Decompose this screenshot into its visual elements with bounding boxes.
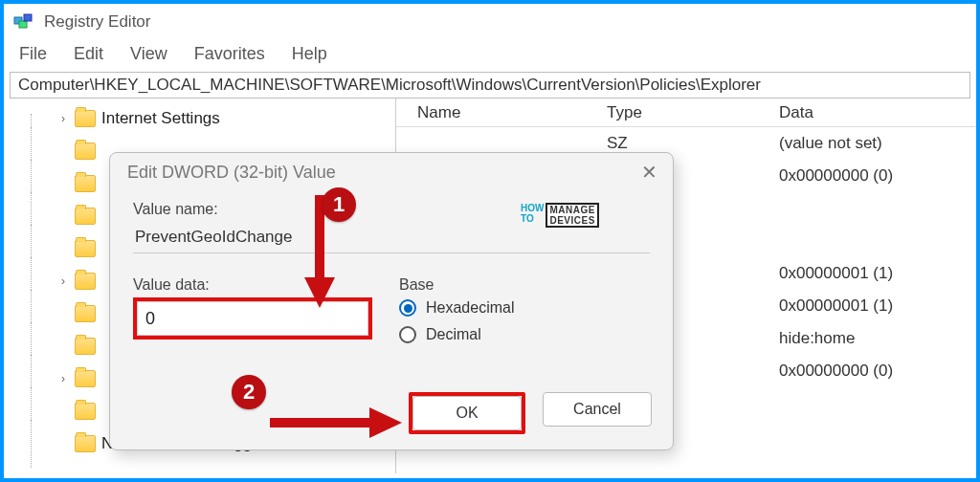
cell-data: 0x00000001 (1) — [779, 264, 976, 283]
address-bar[interactable]: Computer\HKEY_LOCAL_MACHINE\SOFTWARE\Mic… — [10, 72, 970, 99]
cell-type: SZ — [607, 134, 779, 153]
ok-button[interactable]: OK — [412, 396, 522, 430]
radio-unselected-icon — [399, 326, 416, 343]
folder-icon — [75, 305, 96, 322]
dialog-title: Edit DWORD (32-bit) Value — [127, 163, 336, 183]
tree-item-internet-settings[interactable]: › Internet Settings — [4, 102, 395, 135]
col-header-type[interactable]: Type — [607, 103, 779, 122]
watermark-text-a: HOWTO — [521, 203, 544, 228]
window-title: Registry Editor — [44, 12, 150, 32]
radio-label: Hexadecimal — [426, 299, 514, 317]
menu-view[interactable]: View — [130, 44, 167, 64]
regedit-icon — [13, 11, 34, 33]
radio-selected-icon — [399, 299, 416, 317]
dialog-titlebar: Edit DWORD (32-bit) Value ✕ — [110, 153, 673, 189]
close-icon[interactable]: ✕ — [641, 161, 657, 184]
chevron-right-icon[interactable]: › — [57, 113, 69, 124]
menu-file[interactable]: File — [19, 44, 47, 64]
radio-decimal[interactable]: Decimal — [399, 326, 650, 343]
cell-data: 0x00000000 (0) — [779, 362, 976, 381]
cell-data: 0x00000001 (1) — [779, 296, 976, 316]
col-header-name[interactable]: Name — [396, 103, 607, 122]
annotation-arrow-right-icon — [270, 404, 404, 442]
folder-icon — [75, 142, 96, 160]
annotation-callout-1: 1 — [322, 187, 356, 222]
folder-icon — [75, 370, 96, 387]
folder-icon — [75, 240, 96, 257]
menu-help[interactable]: Help — [292, 44, 327, 64]
menu-bar: File Edit View Favorites Help — [4, 40, 976, 72]
folder-icon — [75, 110, 96, 127]
list-header: Name Type Data — [396, 99, 976, 127]
folder-icon — [75, 208, 96, 225]
folder-icon — [75, 175, 96, 192]
cell-data: hide:home — [779, 329, 976, 348]
svg-marker-6 — [369, 407, 402, 438]
svg-rect-1 — [19, 21, 27, 28]
annotation-highlight-2: OK — [409, 392, 525, 434]
watermark-logo: HOWTO MANAGEDEVICES — [521, 203, 599, 228]
cancel-button[interactable]: Cancel — [543, 392, 652, 427]
title-bar: Registry Editor — [4, 4, 976, 40]
radio-label: Decimal — [426, 326, 481, 343]
svg-marker-4 — [304, 277, 335, 308]
col-header-data[interactable]: Data — [779, 103, 976, 122]
folder-icon — [75, 435, 96, 452]
menu-favorites[interactable]: Favorites — [194, 44, 265, 64]
value-name-field[interactable]: PreventGeoIdChange — [133, 224, 650, 253]
folder-icon — [75, 273, 96, 290]
cell-data: (value not set) — [779, 134, 976, 153]
tree-label: Internet Settings — [101, 109, 220, 128]
annotation-callout-2: 2 — [232, 375, 266, 409]
watermark-text-b: MANAGEDEVICES — [546, 203, 598, 228]
folder-icon — [75, 403, 96, 420]
folder-icon — [75, 338, 96, 355]
radio-hexadecimal[interactable]: Hexadecimal — [399, 299, 650, 317]
svg-rect-2 — [24, 14, 32, 21]
menu-edit[interactable]: Edit — [74, 44, 103, 64]
cell-data: 0x00000000 (0) — [779, 166, 976, 186]
base-label: Base — [399, 276, 650, 294]
